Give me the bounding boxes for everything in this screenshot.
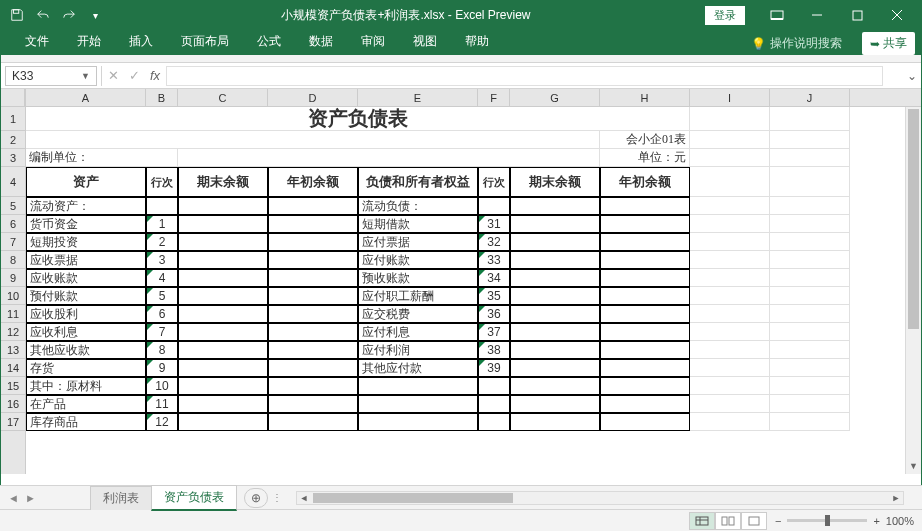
row-header[interactable]: 12	[1, 323, 25, 341]
cell[interactable]: 其中：原材料	[26, 377, 146, 395]
cell[interactable]	[178, 377, 268, 395]
row-header[interactable]: 2	[1, 131, 25, 149]
row-header[interactable]: 14	[1, 359, 25, 377]
cell[interactable]	[510, 395, 600, 413]
tell-me-search[interactable]: 💡 操作说明搜索	[751, 35, 842, 52]
cell[interactable]: 库存商品	[26, 413, 146, 431]
accept-formula-icon[interactable]: ✓	[129, 68, 140, 83]
cell[interactable]: 应交税费	[358, 305, 478, 323]
cell[interactable]: 应付职工薪酬	[358, 287, 478, 305]
cell[interactable]	[510, 305, 600, 323]
tab-data[interactable]: 数据	[295, 28, 347, 55]
scroll-thumb[interactable]	[313, 493, 513, 503]
cell[interactable]	[510, 377, 600, 395]
col-header[interactable]: J	[770, 89, 850, 106]
cell[interactable]	[358, 377, 478, 395]
cell[interactable]	[510, 269, 600, 287]
cell[interactable]	[770, 287, 850, 305]
cell[interactable]: 应收股利	[26, 305, 146, 323]
cell[interactable]	[268, 359, 358, 377]
cell[interactable]: 8	[146, 341, 178, 359]
cell[interactable]	[478, 377, 510, 395]
cell[interactable]	[600, 377, 690, 395]
cell[interactable]	[770, 395, 850, 413]
row-header[interactable]: 10	[1, 287, 25, 305]
cell[interactable]	[770, 233, 850, 251]
cell[interactable]	[690, 215, 770, 233]
cell[interactable]: 32	[478, 233, 510, 251]
cell[interactable]	[690, 359, 770, 377]
cell[interactable]	[510, 359, 600, 377]
cell[interactable]	[510, 323, 600, 341]
row-header[interactable]: 7	[1, 233, 25, 251]
undo-icon[interactable]	[31, 3, 55, 27]
close-icon[interactable]	[877, 1, 917, 29]
th-beginbal[interactable]: 年初余额	[268, 167, 358, 197]
unit-label[interactable]: 编制单位：	[26, 149, 178, 167]
cell[interactable]	[770, 359, 850, 377]
redo-icon[interactable]	[57, 3, 81, 27]
row-header[interactable]: 3	[1, 149, 25, 167]
cell[interactable]	[358, 395, 478, 413]
cell[interactable]	[770, 215, 850, 233]
zoom-slider[interactable]	[787, 519, 867, 522]
cell[interactable]	[478, 395, 510, 413]
cell[interactable]	[600, 197, 690, 215]
cell[interactable]	[770, 197, 850, 215]
th-beginbal2[interactable]: 年初余额	[600, 167, 690, 197]
cell[interactable]	[178, 359, 268, 377]
row-header[interactable]: 4	[1, 167, 25, 197]
cell[interactable]	[478, 413, 510, 431]
cell[interactable]	[770, 323, 850, 341]
cell[interactable]: 流动资产：	[26, 197, 146, 215]
cell[interactable]: 应收票据	[26, 251, 146, 269]
cell[interactable]	[510, 341, 600, 359]
zoom-level[interactable]: 100%	[886, 515, 914, 527]
tab-prev-icon[interactable]: ◄	[8, 492, 19, 504]
th-rownum2[interactable]: 行次	[478, 167, 510, 197]
tab-home[interactable]: 开始	[63, 28, 115, 55]
currency-unit[interactable]: 单位：元	[600, 149, 690, 167]
cell[interactable]	[268, 341, 358, 359]
cell[interactable]: 预付账款	[26, 287, 146, 305]
cell[interactable]	[690, 341, 770, 359]
tab-layout[interactable]: 页面布局	[167, 28, 243, 55]
cell[interactable]	[178, 269, 268, 287]
row-header[interactable]: 9	[1, 269, 25, 287]
th-rownum[interactable]: 行次	[146, 167, 178, 197]
login-button[interactable]: 登录	[705, 6, 745, 25]
cell[interactable]: 6	[146, 305, 178, 323]
tab-next-icon[interactable]: ►	[25, 492, 36, 504]
cell[interactable]: 应付票据	[358, 233, 478, 251]
zoom-in-button[interactable]: +	[873, 515, 879, 527]
scroll-thumb[interactable]	[908, 109, 919, 329]
cell[interactable]	[690, 413, 770, 431]
cell[interactable]	[770, 107, 850, 131]
col-header[interactable]: C	[178, 89, 268, 106]
th-liab[interactable]: 负债和所有者权益	[358, 167, 478, 197]
cell[interactable]	[268, 269, 358, 287]
cell[interactable]	[510, 251, 600, 269]
cell[interactable]	[690, 149, 770, 167]
cell[interactable]	[268, 251, 358, 269]
cell[interactable]	[178, 197, 268, 215]
minimize-icon[interactable]	[797, 1, 837, 29]
cell[interactable]	[178, 323, 268, 341]
col-header[interactable]: I	[690, 89, 770, 106]
cell[interactable]: 短期投资	[26, 233, 146, 251]
col-header[interactable]: G	[510, 89, 600, 106]
cell[interactable]: 10	[146, 377, 178, 395]
cell[interactable]: 31	[478, 215, 510, 233]
view-layout-icon[interactable]	[715, 512, 741, 530]
tab-file[interactable]: 文件	[11, 28, 63, 55]
cell[interactable]	[178, 251, 268, 269]
cell[interactable]	[268, 395, 358, 413]
form-code[interactable]: 会小企01表	[600, 131, 690, 149]
cell[interactable]	[146, 197, 178, 215]
sheet-cells[interactable]: 资产负债表 会小企01表 编制单位： 单位：元 资产 行次 期末余额	[26, 107, 921, 431]
col-header[interactable]: H	[600, 89, 690, 106]
cell[interactable]: 应付利息	[358, 323, 478, 341]
row-header[interactable]: 11	[1, 305, 25, 323]
row-header[interactable]: 17	[1, 413, 25, 431]
maximize-icon[interactable]	[837, 1, 877, 29]
